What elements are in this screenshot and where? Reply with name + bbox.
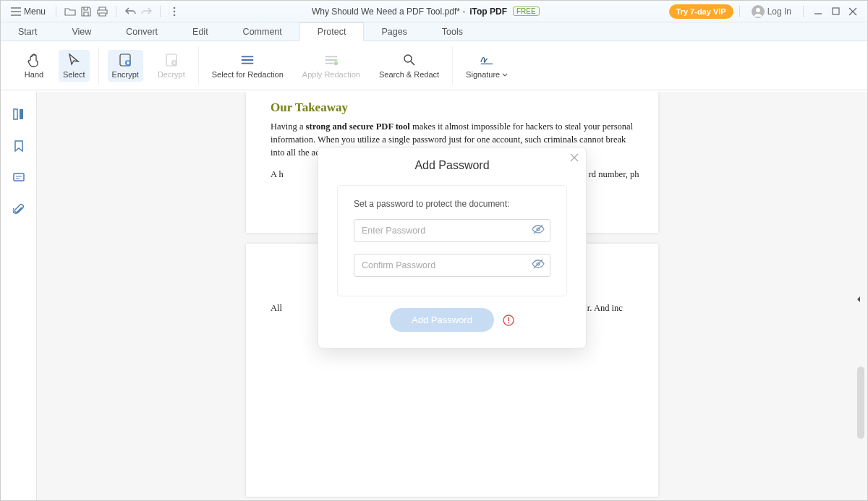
login-label: Log In [767,7,791,17]
svg-point-0 [174,7,176,9]
thumbnails-icon[interactable] [11,106,27,122]
app-name: iTop PDF [469,7,507,17]
search-redact-label: Search & Redact [379,70,439,79]
signature-button[interactable]: Signature [461,50,512,82]
dialog-hint: Set a password to protect the document: [354,199,550,209]
tab-comment[interactable]: Comment [226,22,299,40]
encrypt-button[interactable]: Encrypt [108,50,143,82]
signature-label: Signature [466,70,508,79]
warning-icon [503,314,514,326]
svg-point-4 [756,8,760,12]
login-button[interactable]: Log In [752,5,791,18]
redo-icon [138,4,154,20]
minimize-button[interactable] [809,3,827,20]
print-icon[interactable] [94,4,110,20]
vip-button[interactable]: Try 7-day VIP [669,4,733,19]
select-redaction-label: Select for Redaction [212,70,284,79]
close-button[interactable] [844,3,861,20]
search-redact-button[interactable]: Search & Redact [375,50,443,82]
save-icon[interactable] [78,4,94,20]
add-password-button[interactable]: Add Password [390,308,494,332]
encrypt-label: Encrypt [112,70,139,79]
expand-right-icon[interactable] [856,296,861,303]
maximize-button[interactable] [827,3,844,20]
svg-point-12 [404,55,412,62]
cursor-icon [67,53,81,67]
chevron-down-icon [502,73,508,77]
left-sidebar [1,92,37,500]
main-tabs: Start View Convert Edit Comment Protect … [1,22,867,41]
dialog-close-button[interactable] [570,153,579,162]
tab-pages[interactable]: Pages [364,22,424,40]
svg-point-2 [174,14,176,16]
select-redaction-button[interactable]: Select for Redaction [208,50,288,82]
enter-password-input[interactable] [354,219,550,242]
ribbon: Hand Select Encrypt Decrypt Select for R… [1,41,867,90]
comments-icon[interactable] [11,170,27,186]
menu-label: Menu [24,7,46,17]
title-center: Why Should We Need a PDF Tool.pdf* - iTo… [182,7,669,17]
tab-edit[interactable]: Edit [175,22,226,40]
encrypt-icon [118,53,132,67]
page-area[interactable]: Our Takeaway Having a strong and secure … [37,92,867,500]
workspace: Our Takeaway Having a strong and secure … [1,92,867,500]
svg-rect-5 [833,8,839,14]
decrypt-icon [164,53,179,67]
attachments-icon[interactable] [11,202,27,218]
svg-rect-15 [14,174,24,181]
undo-icon[interactable] [122,4,138,20]
apply-redaction-button: Apply Redaction [298,50,365,82]
svg-point-19 [508,322,509,323]
decrypt-button: Decrypt [153,50,190,82]
dialog-title: Add Password [318,159,586,172]
bookmarks-icon[interactable] [11,138,27,154]
tab-start[interactable]: Start [1,22,54,40]
select-tool[interactable]: Select [59,50,90,82]
tab-convert[interactable]: Convert [109,22,175,40]
svg-rect-13 [14,109,17,119]
search-icon [402,53,417,67]
hand-label: Hand [25,70,43,79]
hand-tool[interactable]: Hand [20,50,48,82]
svg-point-1 [174,10,176,12]
signature-icon [480,53,494,67]
apply-redaction-icon [324,53,339,67]
tab-tools[interactable]: Tools [425,22,480,40]
decrypt-label: Decrypt [158,70,185,79]
reveal-password-icon[interactable] [532,223,545,235]
svg-point-11 [334,61,338,64]
user-icon [752,5,765,18]
free-badge: FREE [513,7,540,16]
hand-icon [27,53,41,67]
titlebar: Menu Why Should We Need a PDF Tool.pdf* … [1,1,867,22]
menu-button[interactable]: Menu [7,5,50,18]
svg-rect-8 [127,62,129,64]
open-icon[interactable] [62,4,78,20]
close-icon [570,153,579,162]
more-icon[interactable] [166,4,182,20]
add-password-dialog: Add Password Set a password to protect t… [318,147,587,348]
confirm-password-input[interactable] [354,254,550,277]
select-label: Select [63,70,85,79]
tab-protect[interactable]: Protect [299,22,365,41]
reveal-confirm-icon[interactable] [532,258,545,270]
filename-label: Why Should We Need a PDF Tool.pdf* - [312,7,465,17]
apply-redaction-label: Apply Redaction [302,70,360,79]
doc-heading: Our Takeaway [271,99,348,117]
hamburger-icon [11,7,21,16]
tab-view[interactable]: View [54,22,109,40]
select-redaction-icon [240,53,255,67]
svg-rect-14 [20,109,23,119]
vertical-scrollbar[interactable] [857,367,864,439]
